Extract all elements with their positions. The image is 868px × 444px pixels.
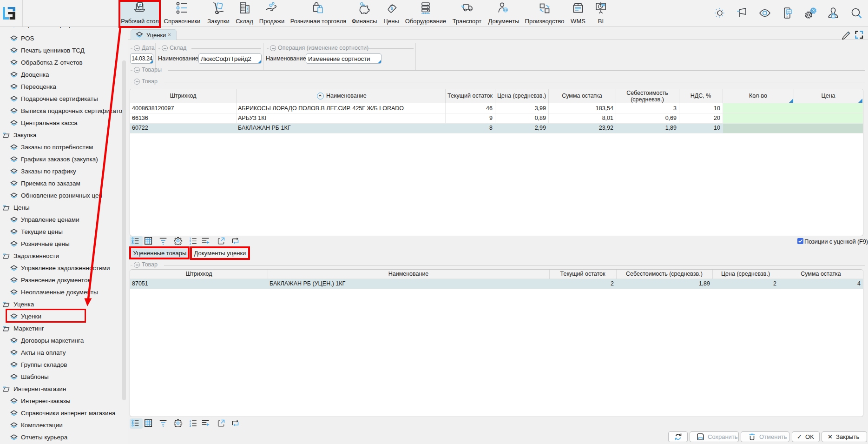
svg-text:$: $ <box>390 6 393 11</box>
svg-text:3: 3 <box>190 424 191 427</box>
svg-text:3: 3 <box>190 242 191 245</box>
